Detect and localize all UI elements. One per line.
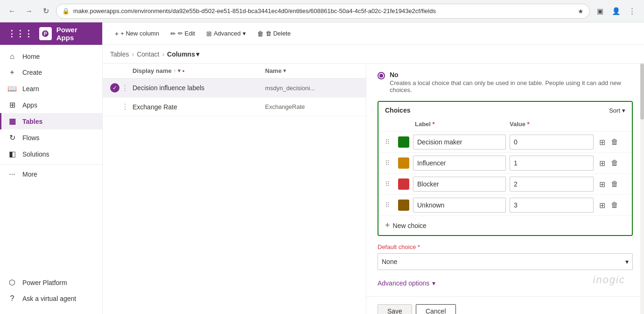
- cancel-button[interactable]: Cancel: [416, 304, 456, 314]
- choice-actions-1: ⊞ 🗑: [597, 137, 625, 148]
- drag-handle-1[interactable]: ⠿: [385, 138, 394, 146]
- required-dot: •: [182, 67, 185, 74]
- color-swatch-3[interactable]: [398, 178, 409, 190]
- choice-value-input-4[interactable]: [510, 198, 594, 213]
- scrollbar-thumb[interactable]: [640, 64, 644, 120]
- back-button[interactable]: ←: [6, 5, 19, 18]
- row-check-1: ✓: [110, 83, 121, 93]
- save-button[interactable]: Save: [378, 304, 412, 314]
- new-column-label: + New column: [120, 30, 159, 37]
- extensions-icon[interactable]: ▣: [594, 5, 607, 18]
- new-column-button[interactable]: + + New column: [110, 27, 164, 40]
- name-filter-icon[interactable]: ▾: [283, 68, 286, 74]
- choice-settings-btn-3[interactable]: ⊞: [597, 179, 607, 190]
- sort-button[interactable]: Sort ▾: [609, 107, 625, 114]
- radio-no-desc: Creates a local choice that can only be …: [390, 79, 633, 93]
- choice-value-input-1[interactable]: [510, 135, 594, 150]
- advanced-options-button[interactable]: Advanced options ▾: [378, 278, 435, 289]
- row-context-menu-2[interactable]: ⋮: [121, 102, 133, 111]
- breadcrumb-contact[interactable]: Contact: [137, 50, 159, 58]
- advanced-button[interactable]: ⊞ Advanced ▾: [202, 27, 251, 40]
- delete-icon: 🗑: [257, 30, 264, 37]
- breadcrumb-sep2: ›: [162, 50, 164, 58]
- drag-handle-3[interactable]: ⠿: [385, 180, 394, 188]
- sidebar: ⋮⋮⋮ P Power Apps ⌂ Home + Create 📖 Learn…: [0, 22, 103, 314]
- forward-button[interactable]: →: [22, 5, 35, 18]
- color-swatch-4[interactable]: [398, 200, 409, 211]
- value-col-text: Value: [510, 121, 525, 128]
- table-row[interactable]: ✓ ⋮ Decision influence labels msdyn_deci…: [103, 78, 366, 98]
- choice-delete-btn-2[interactable]: 🗑: [609, 158, 620, 168]
- drag-handle-2[interactable]: ⠿: [385, 159, 394, 167]
- sidebar-item-create[interactable]: + Create: [0, 64, 102, 80]
- choice-label-input-3[interactable]: [413, 177, 506, 192]
- sidebar-footer: ⬡ Power Platform ? Ask a virtual agent: [0, 271, 102, 314]
- drag-handle-4[interactable]: ⠿: [385, 201, 394, 209]
- flows-label: Flows: [22, 134, 40, 142]
- choice-settings-btn-2[interactable]: ⊞: [597, 158, 607, 169]
- sidebar-item-apps[interactable]: ⊞ Apps: [0, 97, 102, 113]
- create-label: Create: [22, 69, 42, 76]
- power-platform-label: Power Platform: [22, 279, 67, 286]
- choice-label-input-2[interactable]: [413, 156, 506, 171]
- choice-delete-btn-4[interactable]: 🗑: [609, 200, 620, 210]
- breadcrumb-sep1: ›: [132, 50, 134, 58]
- advanced-options-label: Advanced options: [378, 279, 429, 287]
- choice-label-input-4[interactable]: [413, 198, 506, 213]
- breadcrumb-columns-dropdown[interactable]: Columns ▾: [167, 50, 199, 58]
- choices-columns: Label * Value *: [378, 119, 632, 131]
- sidebar-item-home[interactable]: ⌂ Home: [0, 49, 102, 64]
- new-column-icon: +: [115, 30, 119, 37]
- table-row[interactable]: ⋮ Exchange Rate ExchangeRate: [103, 98, 366, 116]
- sidebar-item-ask-agent[interactable]: ? Ask a virtual agent: [0, 291, 102, 307]
- choice-value-input-3[interactable]: [510, 177, 594, 192]
- choice-settings-btn-4[interactable]: ⊞: [597, 200, 607, 211]
- row-context-menu-1[interactable]: ⋮: [121, 84, 133, 93]
- choice-row-influencer: ⠿ ⊞ 🗑: [378, 152, 632, 173]
- sidebar-item-solutions[interactable]: ◧ Solutions: [0, 146, 102, 162]
- create-icon: +: [7, 68, 17, 77]
- col-header-display-name: Display name ↑ ▾ •: [133, 67, 265, 74]
- refresh-button[interactable]: ↻: [39, 5, 52, 18]
- tables-label: Tables: [22, 118, 42, 125]
- choice-delete-btn-1[interactable]: 🗑: [609, 137, 620, 147]
- default-choice-select[interactable]: None ▾: [378, 253, 633, 270]
- delete-label: 🗑 Delete: [266, 30, 291, 37]
- edit-button[interactable]: ✏ ✏ Edit: [166, 27, 200, 40]
- choices-header: Choices Sort ▾: [378, 102, 632, 119]
- filter-icon[interactable]: ▾: [178, 68, 181, 74]
- profile-icon[interactable]: 👤: [609, 5, 623, 18]
- sidebar-item-power-platform[interactable]: ⬡ Power Platform: [0, 274, 102, 291]
- sidebar-item-more[interactable]: ··· More: [0, 166, 102, 182]
- table-panel: Display name ↑ ▾ • Name ▾ ✓ ⋮: [103, 64, 366, 314]
- home-label: Home: [22, 53, 40, 60]
- choice-value-input-2[interactable]: [510, 156, 594, 171]
- label-col-text: Label: [415, 121, 431, 128]
- ask-agent-icon: ?: [7, 294, 17, 303]
- breadcrumb-tables[interactable]: Tables: [110, 50, 129, 58]
- color-swatch-1[interactable]: [398, 136, 409, 148]
- power-platform-icon: ⬡: [7, 278, 17, 287]
- choice-label-input-1[interactable]: [413, 135, 506, 150]
- color-swatch-2[interactable]: [398, 157, 409, 169]
- choice-actions-3: ⊞ 🗑: [597, 179, 625, 190]
- edit-icon: ✏: [170, 30, 176, 37]
- menu-icon[interactable]: ⋮: [625, 5, 638, 18]
- bookmark-icon[interactable]: ★: [578, 7, 584, 15]
- default-choice-section: Default choice * None ▾: [378, 243, 633, 270]
- scrollbar[interactable]: [640, 64, 644, 314]
- sort-asc-icon: ↑: [174, 68, 176, 73]
- svg-text:P: P: [44, 31, 47, 36]
- sidebar-item-flows[interactable]: ↻ Flows: [0, 129, 102, 146]
- waffle-icon[interactable]: ⋮⋮⋮: [7, 29, 33, 39]
- sidebar-item-learn[interactable]: 📖 Learn: [0, 80, 102, 97]
- choice-settings-btn-1[interactable]: ⊞: [597, 137, 607, 148]
- new-choice-button[interactable]: + New choice: [378, 215, 632, 235]
- radio-no-circle[interactable]: [378, 72, 385, 79]
- delete-button[interactable]: 🗑 🗑 Delete: [252, 27, 295, 40]
- default-choice-chevron-icon: ▾: [625, 258, 629, 265]
- home-icon: ⌂: [7, 52, 17, 61]
- sidebar-item-tables[interactable]: ▦ Tables: [0, 113, 102, 129]
- advanced-chevron-icon: ▾: [243, 30, 246, 37]
- choice-delete-btn-3[interactable]: 🗑: [609, 179, 620, 189]
